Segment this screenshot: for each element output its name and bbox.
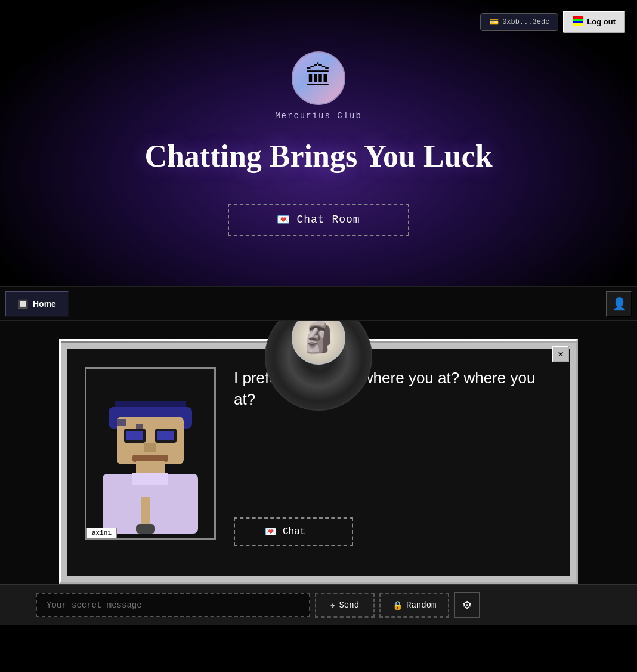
home-icon: 🔲 — [18, 299, 28, 309]
statue-icon: 🗿 — [300, 320, 337, 356]
logout-label: Log out — [587, 17, 616, 26]
logo-container: 🏛 Mercurius Club — [275, 51, 362, 121]
svg-rect-7 — [144, 443, 156, 452]
random-button[interactable]: 🔒 Random — [379, 593, 449, 618]
chat-label: Chat — [283, 526, 305, 537]
chat-room-button[interactable]: 💌 Chat Room — [228, 204, 409, 236]
random-icon: 🔒 — [392, 600, 403, 611]
svg-rect-14 — [117, 419, 126, 426]
message-input[interactable] — [36, 593, 310, 617]
pixel-person-svg — [91, 395, 210, 538]
chat-button[interactable]: 💌 Chat — [234, 517, 353, 546]
hero-section: 🏛 Mercurius Club Chatting Brings You Luc… — [0, 0, 637, 286]
close-icon: ✕ — [558, 348, 564, 360]
bottom-bar: ✈ Send 🔒 Random ⚙ — [0, 584, 637, 625]
wallet-icon: 💳 — [489, 17, 499, 27]
settings-button[interactable]: ⚙ — [454, 592, 480, 618]
send-label: Send — [339, 600, 359, 610]
avatar-button[interactable]: 👤 — [606, 291, 632, 317]
home-label: Home — [33, 299, 56, 309]
svg-rect-5 — [126, 431, 143, 440]
send-icon: ✈ — [330, 600, 335, 611]
random-label: Random — [406, 600, 436, 610]
settings-icon: ⚙ — [462, 599, 472, 612]
character-name: axin1 — [92, 529, 112, 537]
home-button[interactable]: 🔲 Home — [5, 291, 69, 317]
pixel-character — [91, 389, 210, 538]
avatar-icon: 👤 — [612, 297, 627, 311]
chat-room-heart-icon: 💌 — [277, 213, 290, 226]
svg-rect-13 — [136, 524, 155, 534]
chat-room-label: Chat Room — [296, 214, 360, 226]
close-button[interactable]: ✕ — [552, 346, 569, 362]
hero-title: Chatting Brings You Luck — [144, 138, 492, 174]
windows-icon — [573, 16, 583, 28]
svg-rect-11 — [132, 473, 168, 485]
top-bar: 💳 0xbb...3edc Log out — [480, 11, 625, 33]
logout-button[interactable]: Log out — [563, 11, 625, 33]
character-name-tag: axin1 — [86, 528, 117, 538]
svg-rect-15 — [136, 424, 143, 429]
wallet-address: 0xbb...3edc — [502, 18, 549, 26]
chat-heart-icon: 💌 — [265, 526, 277, 538]
logo-name: Mercurius Club — [275, 111, 362, 121]
character-card: axin1 — [85, 367, 216, 540]
send-button[interactable]: ✈ Send — [315, 593, 375, 618]
logo-circle: 🏛 — [292, 51, 345, 105]
chat-area: 🗿 ✕ — [0, 321, 637, 584]
home-bar: 🔲 Home 👤 — [0, 286, 637, 321]
svg-rect-6 — [157, 431, 174, 440]
logo-icon: 🏛 — [305, 65, 332, 91]
wallet-badge: 💳 0xbb...3edc — [480, 13, 558, 31]
